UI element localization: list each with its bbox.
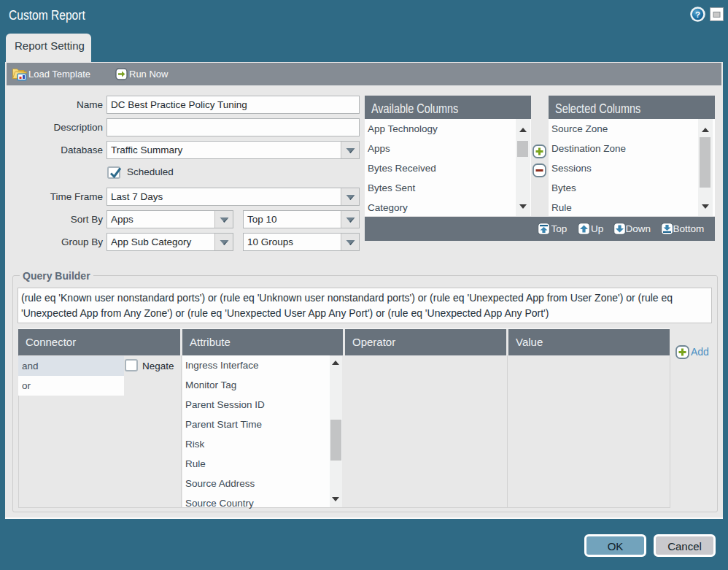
svg-text:?: ? [695,10,700,19]
